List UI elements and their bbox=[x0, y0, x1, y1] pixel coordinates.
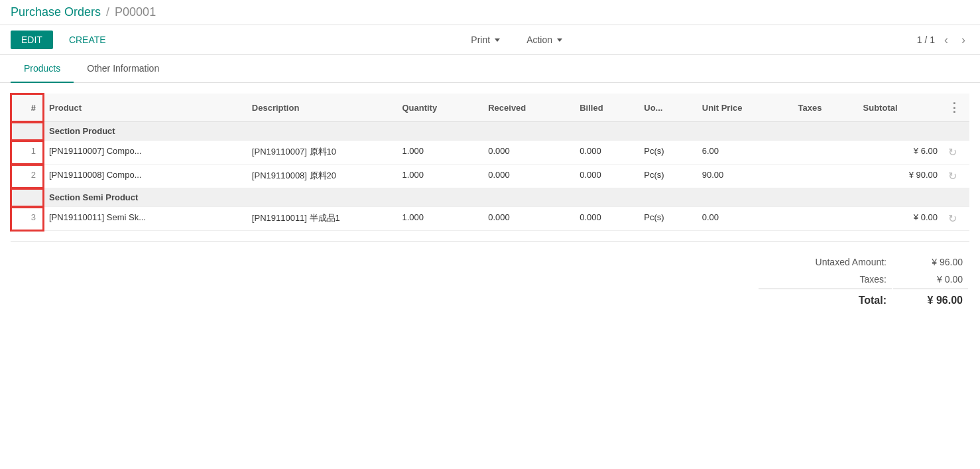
edit-button[interactable]: EDIT bbox=[11, 31, 53, 49]
row3-subtotal: ¥ 0.00 bbox=[858, 207, 943, 231]
row2-num: 2 bbox=[11, 165, 44, 188]
summary-area: Untaxed Amount: ¥ 96.00 Taxes: ¥ 0.00 To… bbox=[0, 242, 980, 316]
action-chevron-icon bbox=[557, 38, 562, 42]
row2-unit-price: 90.00 bbox=[697, 165, 793, 188]
print-dropdown-button[interactable]: Print bbox=[463, 31, 508, 49]
row3-history-icon[interactable]: ↻ bbox=[948, 213, 957, 224]
column-options-icon[interactable]: ⋮ bbox=[948, 101, 960, 114]
row2-history-icon[interactable]: ↻ bbox=[948, 170, 957, 182]
untaxed-amount-value: ¥ 96.00 bbox=[893, 254, 968, 270]
section2-actions-cell bbox=[943, 188, 969, 207]
taxes-value: ¥ 0.00 bbox=[893, 271, 968, 287]
row1-num: 1 bbox=[11, 141, 44, 165]
col-header-description: Description bbox=[247, 94, 397, 122]
create-button[interactable]: CREATE bbox=[58, 31, 117, 49]
prev-page-button[interactable]: ‹ bbox=[940, 32, 952, 48]
row1-subtotal: ¥ 6.00 bbox=[858, 141, 943, 165]
section-row-semi-product: Section Semi Product bbox=[11, 188, 969, 207]
products-table: # Product Description Quantity Received … bbox=[11, 94, 969, 231]
row3-quantity: 1.000 bbox=[397, 207, 483, 231]
table-row: 2 [PN19110008] Compo... [PN19110008] 原料2… bbox=[11, 165, 969, 188]
row1-received: 0.000 bbox=[483, 141, 574, 165]
row2-history[interactable]: ↻ bbox=[943, 165, 969, 188]
row2-received: 0.000 bbox=[483, 165, 574, 188]
summary-taxes-row: Taxes: ¥ 0.00 bbox=[759, 271, 968, 287]
breadcrumb-current: P00001 bbox=[115, 5, 156, 19]
row1-billed: 0.000 bbox=[574, 141, 639, 165]
col-header-billed: Billed bbox=[574, 94, 639, 122]
col-header-subtotal: Subtotal bbox=[858, 94, 943, 122]
row1-product[interactable]: [PN19110007] Compo... bbox=[44, 141, 247, 165]
total-value: ¥ 96.00 bbox=[893, 289, 968, 309]
row2-taxes bbox=[793, 165, 858, 188]
row2-uom: Pc(s) bbox=[639, 165, 697, 188]
summary-total-row: Total: ¥ 96.00 bbox=[759, 289, 968, 309]
row3-uom: Pc(s) bbox=[639, 207, 697, 231]
toolbar-center: Print Action bbox=[122, 31, 912, 49]
table-row: 3 [PN19110011] Semi Sk... [PN19110011] 半… bbox=[11, 207, 969, 231]
tab-other-information[interactable]: Other Information bbox=[74, 55, 172, 83]
total-label: Total: bbox=[759, 289, 892, 309]
tabs-container: Products Other Information bbox=[0, 55, 980, 83]
breadcrumb: Purchase Orders / P00001 bbox=[11, 5, 969, 19]
row2-quantity: 1.000 bbox=[397, 165, 483, 188]
breadcrumb-bar: Purchase Orders / P00001 bbox=[0, 0, 980, 25]
row3-description: [PN19110011] 半成品1 bbox=[247, 207, 397, 231]
print-chevron-icon bbox=[495, 38, 500, 42]
row1-history[interactable]: ↻ bbox=[943, 141, 969, 165]
row2-description: [PN19110008] 原料20 bbox=[247, 165, 397, 188]
row3-billed: 0.000 bbox=[574, 207, 639, 231]
pagination: 1 / 1 ‹ › bbox=[917, 32, 969, 48]
table-header-row: # Product Description Quantity Received … bbox=[11, 94, 969, 122]
tab-products[interactable]: Products bbox=[11, 55, 74, 83]
col-header-num: # bbox=[11, 94, 44, 122]
section-row-product: Section Product bbox=[11, 122, 969, 141]
row1-unit-price: 6.00 bbox=[697, 141, 793, 165]
table-row: 1 [PN19110007] Compo... [PN19110007] 原料1… bbox=[11, 141, 969, 165]
taxes-label: Taxes: bbox=[759, 271, 892, 287]
toolbar: EDIT CREATE Print Action 1 / 1 ‹ › bbox=[0, 25, 980, 55]
row1-history-icon[interactable]: ↻ bbox=[948, 147, 957, 158]
untaxed-amount-label: Untaxed Amount: bbox=[759, 254, 892, 270]
row2-product[interactable]: [PN19110008] Compo... bbox=[44, 165, 247, 188]
col-header-uom: Uo... bbox=[639, 94, 697, 122]
row2-subtotal: ¥ 90.00 bbox=[858, 165, 943, 188]
section-num-cell bbox=[11, 122, 44, 141]
breadcrumb-parent-link[interactable]: Purchase Orders bbox=[11, 5, 101, 19]
action-dropdown-button[interactable]: Action bbox=[519, 31, 570, 49]
col-header-received: Received bbox=[483, 94, 574, 122]
section-actions-cell bbox=[943, 122, 969, 141]
row3-history[interactable]: ↻ bbox=[943, 207, 969, 231]
row3-taxes bbox=[793, 207, 858, 231]
summary-untaxed-row: Untaxed Amount: ¥ 96.00 bbox=[759, 254, 968, 270]
row2-billed: 0.000 bbox=[574, 165, 639, 188]
col-header-taxes: Taxes bbox=[793, 94, 858, 122]
col-header-quantity: Quantity bbox=[397, 94, 483, 122]
row3-received: 0.000 bbox=[483, 207, 574, 231]
main-content: # Product Description Quantity Received … bbox=[0, 83, 980, 241]
breadcrumb-separator: / bbox=[106, 5, 109, 19]
row3-product[interactable]: [PN19110011] Semi Sk... bbox=[44, 207, 247, 231]
col-header-unit-price: Unit Price bbox=[697, 94, 793, 122]
section2-label-cell: Section Semi Product bbox=[44, 188, 943, 207]
section2-num-cell bbox=[11, 188, 44, 207]
row3-unit-price: 0.00 bbox=[697, 207, 793, 231]
row1-description: [PN19110007] 原料10 bbox=[247, 141, 397, 165]
summary-table: Untaxed Amount: ¥ 96.00 Taxes: ¥ 0.00 To… bbox=[757, 253, 969, 310]
col-header-actions: ⋮ bbox=[943, 94, 969, 122]
row1-uom: Pc(s) bbox=[639, 141, 697, 165]
next-page-button[interactable]: › bbox=[957, 32, 969, 48]
section-label-cell: Section Product bbox=[44, 122, 943, 141]
pagination-label: 1 / 1 bbox=[917, 34, 935, 45]
row3-num: 3 bbox=[11, 207, 44, 231]
row1-quantity: 1.000 bbox=[397, 141, 483, 165]
row1-taxes bbox=[793, 141, 858, 165]
col-header-product: Product bbox=[44, 94, 247, 122]
